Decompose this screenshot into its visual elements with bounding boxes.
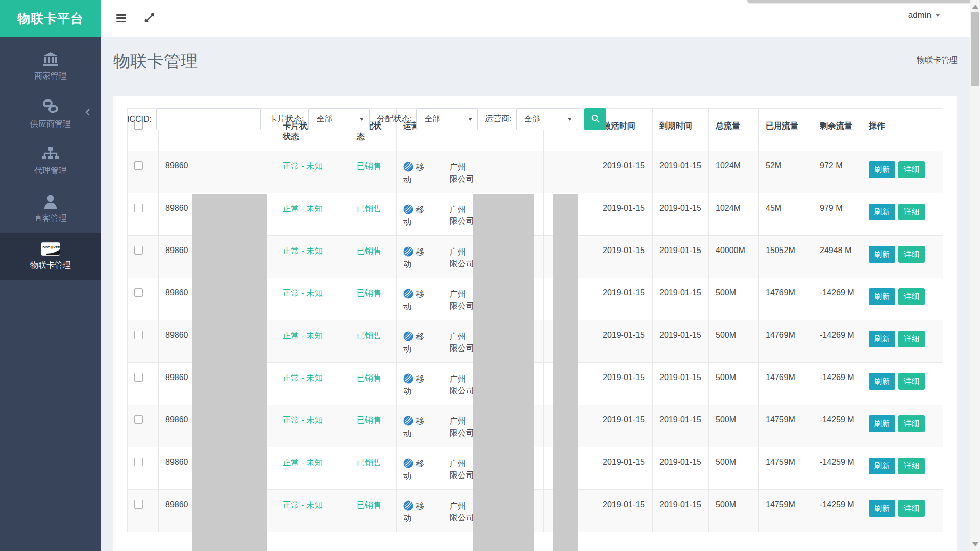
cell-used-traffic: 15052M bbox=[759, 236, 813, 278]
refresh-button[interactable]: 刷新 bbox=[869, 204, 895, 220]
detail-button[interactable]: 详细 bbox=[898, 204, 925, 220]
breadcrumb[interactable]: 物联卡管理 bbox=[917, 55, 958, 66]
bank-icon bbox=[42, 52, 59, 66]
refresh-button[interactable]: 刷新 bbox=[869, 415, 895, 432]
cell-activate-time: 2019-01-15 bbox=[596, 490, 653, 532]
detail-button[interactable]: 详细 bbox=[898, 288, 925, 305]
sidebar-item-direct-customer-mgmt[interactable]: 直客管理 bbox=[0, 185, 101, 233]
row-checkbox[interactable] bbox=[134, 500, 143, 509]
cell-operator: 移动 bbox=[397, 278, 443, 320]
card-status-label: 卡片状态: bbox=[269, 114, 304, 124]
row-checkbox[interactable] bbox=[134, 246, 143, 255]
row-checkbox[interactable] bbox=[134, 415, 143, 424]
row-checkbox[interactable] bbox=[134, 288, 143, 297]
refresh-button[interactable]: 刷新 bbox=[869, 373, 895, 390]
cell-expire-time: 2019-01-15 bbox=[653, 405, 709, 447]
cell-activate-time: 2019-01-15 bbox=[596, 447, 653, 490]
alloc-status-select[interactable]: 全部 bbox=[416, 108, 478, 130]
cell-actions: 刷新详细 bbox=[862, 447, 943, 490]
refresh-button[interactable]: 刷新 bbox=[869, 288, 895, 305]
cell-alloc-status: 已销售 bbox=[350, 193, 397, 236]
row-checkbox[interactable] bbox=[134, 373, 143, 382]
cell-activate-time: 2019-01-15 bbox=[596, 236, 653, 278]
refresh-button[interactable]: 刷新 bbox=[869, 246, 895, 263]
detail-button[interactable]: 详细 bbox=[898, 161, 925, 178]
cell-alloc-status: 已销售 bbox=[350, 151, 397, 193]
cell-actions: 刷新详细 bbox=[862, 363, 943, 405]
detail-button[interactable]: 详细 bbox=[898, 331, 925, 347]
chain-icon bbox=[42, 99, 59, 114]
detail-button[interactable]: 详细 bbox=[898, 373, 925, 390]
cell-alloc-status: 已销售 bbox=[350, 236, 397, 278]
username: admin bbox=[908, 10, 932, 20]
select-caret-icon bbox=[568, 118, 572, 121]
card-status-select[interactable]: 全部 bbox=[308, 108, 370, 130]
refresh-button[interactable]: 刷新 bbox=[869, 500, 895, 517]
cell-total-traffic: 1024M bbox=[709, 151, 759, 193]
sidebar-item-agent-mgmt[interactable]: 代理管理 bbox=[0, 138, 101, 185]
cell-used-traffic: 45M bbox=[759, 193, 813, 236]
cell-actions: 刷新详细 bbox=[862, 278, 943, 320]
iccid-label: ICCID: bbox=[127, 115, 152, 124]
sidebar-item-label: 代理管理 bbox=[34, 166, 67, 177]
row-checkbox[interactable] bbox=[134, 204, 143, 212]
scrollbar-thumb[interactable] bbox=[971, 12, 979, 86]
search-button[interactable] bbox=[584, 108, 606, 130]
cell-expire-time: 2019-01-15 bbox=[653, 363, 709, 405]
cell-card-status: 正常 - 未知 bbox=[276, 151, 350, 193]
col-header-remain: 剩余流量 bbox=[813, 109, 862, 151]
sidebar-toggle-icon[interactable] bbox=[116, 14, 126, 22]
refresh-button[interactable]: 刷新 bbox=[869, 458, 895, 474]
scrollbar-down-icon[interactable] bbox=[972, 542, 978, 546]
china-mobile-icon bbox=[403, 416, 413, 426]
detail-button[interactable]: 详细 bbox=[898, 458, 925, 474]
cell-total-traffic: 1024M bbox=[709, 193, 759, 236]
scrollbar-up-icon[interactable] bbox=[972, 5, 978, 9]
operator-label: 运营商: bbox=[485, 114, 511, 124]
col-header-total: 总流量 bbox=[709, 109, 759, 151]
china-mobile-icon bbox=[403, 373, 413, 384]
cell-remain-traffic: -14269 M bbox=[813, 363, 862, 405]
redaction-band-iccid bbox=[192, 194, 267, 551]
page-scrollbar[interactable] bbox=[970, 0, 980, 551]
sidebar-menu: 商家管理 供应商管理 bbox=[0, 37, 101, 280]
brand-logo: 物联卡平台 bbox=[0, 0, 101, 37]
sidebar-item-merchant-mgmt[interactable]: 商家管理 bbox=[0, 43, 101, 90]
cell-total-traffic: 500M bbox=[709, 405, 759, 447]
cell-expire-time: 2019-01-15 bbox=[653, 151, 709, 193]
row-checkbox[interactable] bbox=[134, 458, 143, 466]
refresh-button[interactable]: 刷新 bbox=[869, 331, 895, 347]
sidebar-item-iot-card-mgmt[interactable]: DISC VER 物联卡管理 bbox=[0, 233, 101, 280]
select-caret-icon bbox=[360, 118, 364, 121]
detail-button[interactable]: 详细 bbox=[898, 246, 925, 263]
cell-actions: 刷新详细 bbox=[862, 320, 943, 363]
cell-total-traffic: 40000M bbox=[709, 236, 759, 278]
cell-total-traffic: 500M bbox=[709, 320, 759, 363]
user-dropdown[interactable]: admin bbox=[908, 10, 940, 20]
cell-activate-time: 2019-01-15 bbox=[596, 193, 653, 236]
col-header-expire: 到期时间 bbox=[653, 109, 709, 151]
iccid-input[interactable] bbox=[156, 108, 261, 130]
refresh-button[interactable]: 刷新 bbox=[869, 161, 895, 178]
cell-used-traffic: 14759M bbox=[759, 447, 813, 490]
row-checkbox[interactable] bbox=[134, 161, 143, 170]
sidebar-item-supplier-mgmt[interactable]: 供应商管理 bbox=[0, 90, 101, 138]
fullscreen-icon[interactable] bbox=[144, 12, 155, 23]
cell-actions: 刷新详细 bbox=[862, 490, 943, 532]
cell-alloc-status: 已销售 bbox=[350, 490, 397, 532]
cell-card-status: 正常 - 未知 bbox=[276, 278, 350, 320]
china-mobile-icon bbox=[403, 246, 413, 257]
operator-select[interactable]: 全部 bbox=[516, 108, 577, 130]
filter-bar: ICCID: 卡片状态: 全部 分配状态: 全部 运营商: 全部 bbox=[127, 108, 606, 130]
cell-activate-time: 2019-01-15 bbox=[596, 405, 653, 447]
row-checkbox[interactable] bbox=[134, 331, 143, 339]
china-mobile-icon bbox=[403, 204, 413, 214]
iot-card-platform-app: 物联卡平台 商家管理 bbox=[0, 0, 980, 551]
content-header: 物联卡管理 物联卡管理 bbox=[101, 37, 970, 96]
detail-button[interactable]: 详细 bbox=[898, 415, 925, 432]
cell-total-traffic: 500M bbox=[709, 363, 759, 405]
cell-card-status: 正常 - 未知 bbox=[276, 363, 350, 405]
cell-activate-time: 2019-01-15 bbox=[596, 363, 653, 405]
search-icon bbox=[591, 114, 600, 124]
detail-button[interactable]: 详细 bbox=[898, 500, 925, 517]
